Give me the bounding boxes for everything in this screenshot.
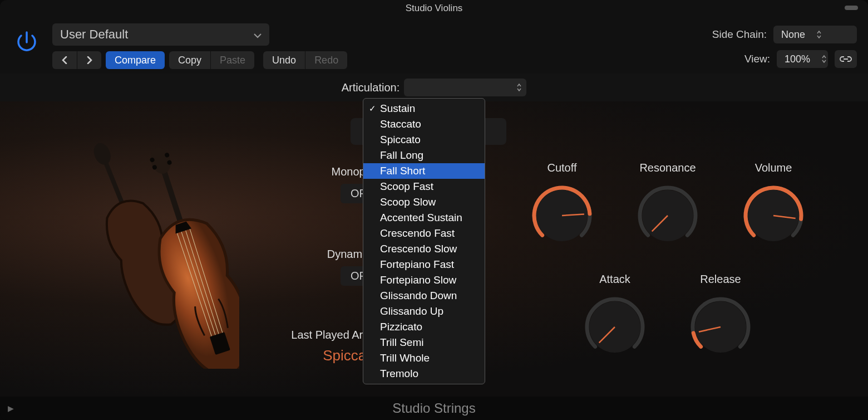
compare-button[interactable]: Compare [106,51,165,69]
preset-name: User Default [60,27,128,42]
dropdown-item[interactable]: Fall Long [363,148,485,163]
dropdown-item[interactable]: ✓Sustain [363,101,485,116]
dropdown-item[interactable]: Trill Whole [363,350,485,366]
chevron-down-icon [254,27,262,42]
updown-icon [816,30,822,39]
copy-button[interactable]: Copy [169,51,210,69]
paste-button[interactable]: Paste [210,51,254,69]
cutoff-knob[interactable]: Cutoff [529,162,595,249]
dropdown-item[interactable]: Glissando Up [363,304,485,319]
dropdown-item[interactable]: Crescendo Fast [363,226,485,241]
link-button[interactable] [835,50,857,68]
disclosure-icon[interactable]: ▶ [8,404,14,413]
footer: ▶ Studio Strings [0,397,868,420]
sidechain-label: Side Chain: [712,28,767,41]
release-knob[interactable]: Release [687,273,754,360]
undo-button[interactable]: Undo [263,51,305,69]
dropdown-item[interactable]: Fortepiano Slow [363,272,485,288]
view-select[interactable]: 100% [777,50,828,68]
articulation-dropdown[interactable]: ✓SustainStaccatoSpiccatoFall LongFall Sh… [363,98,485,384]
dropdown-item[interactable]: Spiccato [363,132,485,148]
dropdown-item[interactable]: Crescendo Slow [363,241,485,257]
updown-icon [821,55,827,64]
power-icon[interactable] [11,27,42,58]
volume-label: Volume [740,162,807,174]
dropdown-item[interactable]: Scoop Fast [363,179,485,194]
svg-point-1 [91,140,114,167]
view-label: View: [744,53,770,65]
dropdown-item[interactable]: Fall Short [363,163,485,179]
dropdown-item[interactable]: Glissando Down [363,288,485,304]
cutoff-label: Cutoff [529,162,595,174]
window-pill [845,6,858,10]
preset-select[interactable]: User Default [52,23,269,46]
dropdown-item[interactable]: Staccato [363,116,485,132]
titlebar: Studio Violins [0,0,868,17]
instrument-image [28,135,239,369]
volume-knob[interactable]: Volume [740,162,807,249]
footer-title: Studio Strings [392,401,475,416]
sidechain-value: None [781,29,805,41]
prev-preset-button[interactable] [52,51,77,69]
dropdown-item[interactable]: Tremolo [363,366,485,382]
dropdown-item[interactable]: Scoop Slow [363,194,485,210]
sidechain-select[interactable]: None [773,26,857,43]
attack-label: Attack [581,273,648,286]
articulation-bar: Articulation: [0,74,868,101]
redo-button[interactable]: Redo [305,51,347,69]
release-label: Release [687,273,754,286]
resonance-label: Resonance [634,162,701,174]
attack-knob[interactable]: Attack [581,273,648,360]
dropdown-item[interactable]: Accented Sustain [363,210,485,226]
view-value: 100% [785,53,810,65]
articulation-select[interactable] [404,79,526,96]
dropdown-item[interactable]: Trill Semi [363,335,485,350]
next-preset-button[interactable] [77,51,101,69]
resonance-knob[interactable]: Resonance [634,162,701,249]
dropdown-item[interactable]: Fortepiano Fast [363,257,485,272]
articulation-label: Articulation: [342,81,400,94]
dropdown-item[interactable]: Pizzicato [363,319,485,335]
toolbar: User Default Compare Copy Paste Undo [0,17,868,74]
window-title: Studio Violins [406,3,463,14]
